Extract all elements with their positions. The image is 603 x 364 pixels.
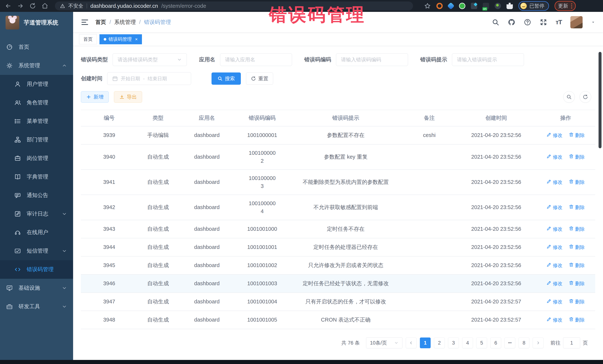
refresh-table-button[interactable] (580, 91, 591, 103)
sidebar-item-9[interactable]: 审计日志 (0, 205, 73, 223)
bookmark-star-icon[interactable] (424, 3, 431, 9)
delete-link[interactable]: 删除 (569, 204, 585, 211)
prev-page-button[interactable] (406, 338, 417, 348)
delete-link[interactable]: 删除 (569, 244, 585, 251)
page-button-3[interactable]: 3 (448, 338, 459, 348)
start-date-placeholder[interactable]: 开始日期 (121, 76, 140, 82)
page-button-1[interactable]: 1 (420, 338, 431, 348)
profile-paused-badge[interactable]: 已暂停 (518, 1, 549, 11)
pagination: 共 76 条 10条/页 123456•••8 前往 页 (81, 329, 595, 356)
url-host[interactable]: dashboard.yudao.iocoder.cn (90, 3, 158, 9)
app-name-input[interactable] (225, 57, 287, 63)
tab-0[interactable]: 首页 (79, 34, 97, 44)
toggle-search-button[interactable] (563, 91, 575, 103)
fullscreen-icon[interactable] (540, 19, 547, 26)
page-button-4[interactable]: 4 (462, 338, 473, 348)
avatar-caret-down-icon[interactable] (591, 20, 595, 24)
close-icon[interactable]: × (135, 37, 138, 42)
breadcrumb-home[interactable]: 首页 (95, 19, 106, 26)
extension-icon-orange[interactable] (436, 3, 443, 9)
date-range-picker[interactable]: 开始日期 - 结束日期 (107, 72, 191, 85)
trash-icon (569, 316, 574, 324)
page-button-5[interactable]: 5 (476, 338, 487, 348)
sidebar-item-8[interactable]: 通知公告 (0, 186, 73, 205)
goto-page-input[interactable] (563, 337, 580, 348)
sidebar-item-11[interactable]: 短信管理 (0, 242, 73, 260)
error-msg-input[interactable] (457, 57, 519, 63)
edit-link[interactable]: 修改 (547, 298, 563, 305)
sidebar-item-0[interactable]: 首页 (0, 38, 73, 56)
scrollbar-thumb[interactable] (599, 52, 602, 148)
app-frame: 芋道管理系统 首页系统管理用户管理角色管理菜单管理部门管理岗位管理字典管理通知公… (0, 12, 603, 360)
sidebar-item-2[interactable]: 用户管理 (0, 75, 73, 93)
edit-link[interactable]: 修改 (547, 132, 563, 139)
extension-icon-key[interactable] (495, 3, 501, 9)
edit-link[interactable]: 修改 (547, 179, 563, 186)
github-icon[interactable] (508, 19, 515, 26)
edit-pen-icon (547, 132, 551, 139)
hamburger-icon[interactable] (81, 18, 89, 26)
delete-link[interactable]: 删除 (569, 298, 585, 305)
edit-link[interactable]: 修改 (547, 244, 563, 251)
browser-update-button[interactable]: 更新 (555, 1, 576, 11)
extension-icon-gem[interactable] (447, 2, 454, 10)
delete-link[interactable]: 删除 (569, 179, 585, 186)
sidebar-item-13[interactable]: 基础设施 (0, 279, 73, 297)
page-size-select[interactable]: 10条/页 (366, 337, 402, 348)
next-page-button[interactable] (533, 338, 544, 348)
extension-icon-switch[interactable] (483, 3, 489, 9)
extension-icon-grid[interactable] (471, 3, 477, 9)
delete-link[interactable]: 删除 (569, 262, 585, 269)
not-secure-label[interactable]: 不安全 (68, 3, 83, 9)
sidebar-item-5[interactable]: 部门管理 (0, 131, 73, 149)
browser-back-icon[interactable] (5, 3, 12, 9)
edit-link[interactable]: 修改 (547, 280, 563, 287)
export-button[interactable]: 导出 (114, 91, 142, 103)
sidebar-logo[interactable]: 芋道管理系统 (0, 12, 73, 33)
tab-1[interactable]: 错误码管理× (99, 34, 142, 44)
edit-link[interactable]: 修改 (547, 204, 563, 211)
browser-reload-icon[interactable] (29, 3, 36, 9)
filter-error-type: 错误码类型 请选择错误码类型 (81, 53, 187, 66)
add-button[interactable]: 新增 (81, 91, 109, 103)
delete-link[interactable]: 删除 (569, 280, 585, 287)
extension-icon-green[interactable] (459, 3, 465, 9)
sidebar-item-6[interactable]: 岗位管理 (0, 149, 73, 167)
reset-button[interactable]: 重置 (246, 72, 273, 85)
header-search-icon[interactable] (492, 19, 499, 26)
search-button[interactable]: 搜索 (211, 72, 241, 85)
error-code-input[interactable] (341, 57, 403, 63)
sidebar-item-3[interactable]: 角色管理 (0, 93, 73, 112)
page-button-2[interactable]: 2 (434, 338, 445, 348)
end-date-placeholder[interactable]: 结束日期 (148, 76, 167, 82)
sidebar-item-7[interactable]: 字典管理 (0, 167, 73, 186)
url-path[interactable]: /system/error-code (161, 3, 206, 9)
cell-app: dashboard (179, 150, 235, 164)
extensions-puzzle-icon[interactable] (507, 3, 513, 9)
sidebar-item-1[interactable]: 系统管理 (0, 56, 73, 75)
edit-link[interactable]: 修改 (547, 226, 563, 233)
page-button-8[interactable]: 8 (519, 338, 529, 348)
sidebar-item-4[interactable]: 菜单管理 (0, 112, 73, 131)
edit-link[interactable]: 修改 (547, 316, 563, 324)
font-size-icon[interactable]: тT (556, 19, 562, 26)
browser-forward-icon[interactable] (17, 3, 24, 9)
sidebar-item-10[interactable]: 在线用户 (0, 223, 73, 242)
address-bar[interactable]: 不安全 dashboard.yudao.iocoder.cn/system/er… (55, 1, 413, 10)
delete-link[interactable]: 删除 (569, 132, 585, 139)
help-question-icon[interactable] (524, 19, 531, 26)
page-button-6[interactable]: 6 (490, 338, 501, 348)
browser-menu-icon[interactable] (571, 3, 572, 9)
edit-link[interactable]: 修改 (547, 154, 563, 161)
delete-link[interactable]: 删除 (569, 316, 585, 324)
breadcrumb-system[interactable]: 系统管理 (114, 19, 136, 26)
user-avatar[interactable] (570, 16, 583, 28)
sidebar-item-14[interactable]: 研发工具 (0, 297, 73, 316)
edit-link[interactable]: 修改 (547, 262, 563, 269)
more-pages-button[interactable]: ••• (504, 338, 515, 348)
delete-link[interactable]: 删除 (569, 226, 585, 233)
sidebar-item-12[interactable]: 错误码管理 (0, 260, 73, 279)
delete-link[interactable]: 删除 (569, 154, 585, 161)
error-type-select[interactable]: 请选择错误码类型 (113, 53, 187, 66)
browser-home-icon[interactable] (42, 3, 48, 9)
